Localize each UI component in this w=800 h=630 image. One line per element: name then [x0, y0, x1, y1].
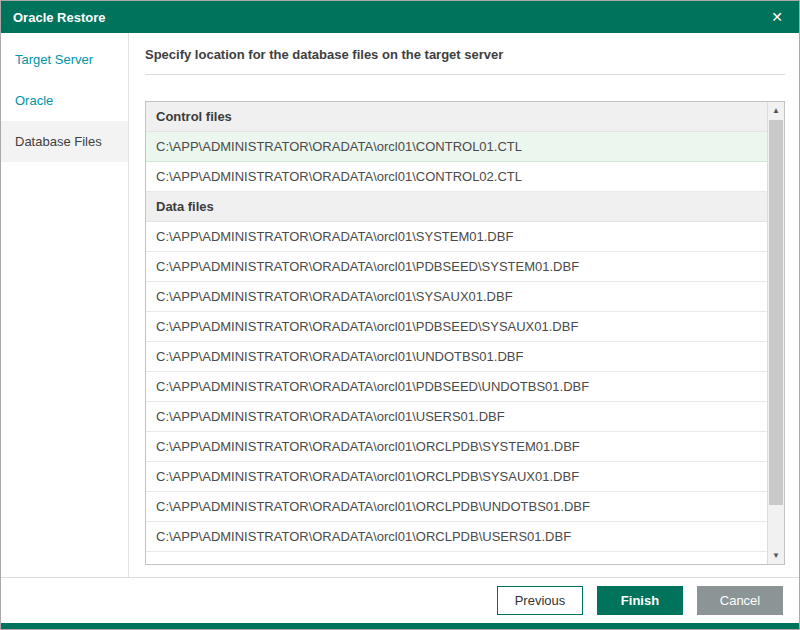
scroll-up-icon[interactable]: ▲	[768, 102, 784, 119]
oracle-restore-dialog: Oracle Restore ✕ Target Server Oracle Da…	[0, 0, 800, 630]
section-header: Control files	[146, 102, 767, 132]
file-row[interactable]: C:\APP\ADMINISTRATOR\ORADATA\orcl01\ORCL…	[146, 492, 767, 522]
file-row[interactable]: C:\APP\ADMINISTRATOR\ORADATA\orcl01\PDBS…	[146, 252, 767, 282]
file-row[interactable]: C:\APP\ADMINISTRATOR\ORADATA\orcl01\PDBS…	[146, 372, 767, 402]
window-title: Oracle Restore	[13, 10, 767, 25]
file-list: Control filesC:\APP\ADMINISTRATOR\ORADAT…	[146, 102, 767, 564]
file-row[interactable]: C:\APP\ADMINISTRATOR\ORADATA\orcl01\ORCL…	[146, 522, 767, 552]
main-panel: Specify location for the database files …	[129, 33, 799, 577]
file-row[interactable]: C:\APP\ADMINISTRATOR\ORADATA\orcl01\ORCL…	[146, 462, 767, 492]
file-row[interactable]: C:\APP\ADMINISTRATOR\ORADATA\orcl01\USER…	[146, 402, 767, 432]
sidebar-item-target-server[interactable]: Target Server	[1, 39, 128, 80]
page-title: Specify location for the database files …	[145, 47, 785, 75]
footer: Previous Finish Cancel	[1, 577, 799, 623]
cancel-button[interactable]: Cancel	[697, 586, 783, 615]
wizard-sidebar: Target Server Oracle Database Files	[1, 33, 129, 577]
file-row[interactable]: C:\APP\ADMINISTRATOR\ORADATA\orcl01\PDBS…	[146, 312, 767, 342]
titlebar: Oracle Restore ✕	[1, 1, 799, 33]
scroll-down-icon[interactable]: ▼	[768, 547, 784, 564]
finish-button[interactable]: Finish	[597, 586, 683, 615]
section-header: Data files	[146, 192, 767, 222]
file-list-container: Control filesC:\APP\ADMINISTRATOR\ORADAT…	[145, 101, 785, 565]
file-row[interactable]: C:\APP\ADMINISTRATOR\ORADATA\orcl01\ORCL…	[146, 432, 767, 462]
sidebar-item-oracle[interactable]: Oracle	[1, 80, 128, 121]
scrollbar-thumb[interactable]	[769, 120, 783, 505]
close-icon[interactable]: ✕	[767, 8, 787, 26]
scrollbar[interactable]: ▲ ▼	[767, 102, 784, 564]
file-row[interactable]: C:\APP\ADMINISTRATOR\ORADATA\orcl01\UNDO…	[146, 342, 767, 372]
bottom-accent-bar	[1, 623, 799, 629]
file-row[interactable]: C:\APP\ADMINISTRATOR\ORADATA\orcl01\SYSA…	[146, 282, 767, 312]
previous-button[interactable]: Previous	[497, 586, 583, 615]
file-row[interactable]: C:\APP\ADMINISTRATOR\ORADATA\orcl01\SYST…	[146, 222, 767, 252]
file-row[interactable]: C:\APP\ADMINISTRATOR\ORADATA\orcl01\CONT…	[146, 162, 767, 192]
sidebar-item-database-files[interactable]: Database Files	[1, 121, 128, 162]
file-row[interactable]: C:\APP\ADMINISTRATOR\ORADATA\orcl01\CONT…	[146, 132, 767, 162]
